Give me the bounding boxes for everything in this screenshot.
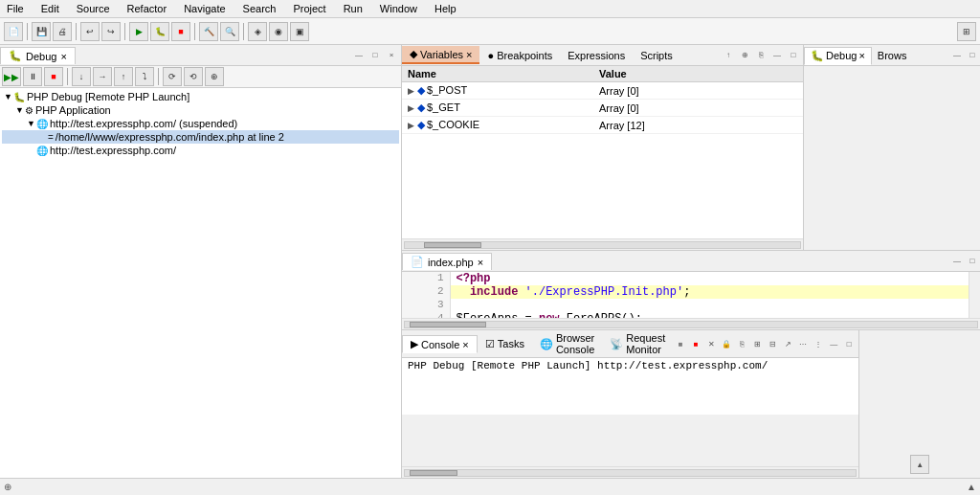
tree-item-url-suspended[interactable]: ▼ 🌐 http://test.expressphp.com/ (suspend… [2,117,399,130]
code-maximize-btn[interactable]: □ [965,254,980,269]
console-misc5-btn[interactable]: ⋮ [811,336,826,351]
tab-scripts[interactable]: Scripts [633,48,680,63]
tb-new[interactable]: 📄 [4,22,23,41]
tab-variables[interactable]: ◆ Variables × [402,46,479,64]
menu-run[interactable]: Run [341,2,366,15]
code-minimize-btn[interactable]: — [949,254,965,269]
debug-maximize-btn[interactable]: □ [368,48,383,63]
code-editor[interactable]: 1 <?php 2 include './ExpressPHP.Init.php… [402,272,969,318]
console-misc2-btn[interactable]: ⊟ [765,336,780,351]
console-tab-tasks[interactable]: ☑ Tasks [478,336,532,352]
debug-misc2-btn[interactable]: ⟲ [184,67,203,86]
console-tab-browser[interactable]: 🌐 Browser Console [532,330,602,357]
console-tab-console[interactable]: ▶ Console × [402,335,478,353]
fr-debug-close[interactable]: × [858,50,864,61]
console-stop-btn[interactable]: ■ [673,336,688,351]
code-tab-close[interactable]: × [478,257,483,268]
tree-item-php-debug[interactable]: ▼ 🐛 PHP Debug [Remote PHP Launch] [2,90,399,103]
menu-file[interactable]: File [4,2,27,15]
bottom-right-panel: ▲ [858,330,980,478]
tb-stop[interactable]: ■ [171,22,190,41]
tb-misc1[interactable]: ◈ [248,22,267,41]
debug-tree: ▼ 🐛 PHP Debug [Remote PHP Launch] ▼ ⚙ PH… [0,88,401,478]
debug-misc1-btn[interactable]: ⟳ [163,67,182,86]
console-term-btn[interactable]: ■ [688,336,703,351]
menu-help[interactable]: Help [432,2,459,15]
tb-misc3[interactable]: ▣ [290,22,309,41]
console-lock-btn[interactable]: 🔒 [719,336,734,351]
vars-hscroll-thumb[interactable] [424,242,481,248]
debug-stepover-btn[interactable]: → [93,67,112,86]
tb-undo[interactable]: ↩ [80,22,100,41]
console-hscroll-thumb[interactable] [410,470,457,476]
tb-save[interactable]: 💾 [32,22,51,41]
code-hscroll[interactable] [402,318,980,329]
vars-maximize-btn[interactable]: □ [786,48,801,63]
tb-print[interactable]: 🖨 [53,22,72,41]
console-tab-close[interactable]: × [462,339,468,350]
tasks-tab-icon: ☑ [485,338,495,350]
tb-build[interactable]: 🔨 [199,22,218,41]
vars-copy-btn[interactable]: ⎘ [753,48,768,63]
debug-close-btn[interactable]: × [384,48,399,63]
var-row-get[interactable]: ▶◆$_GET Array [0] [402,100,803,117]
tb-debug[interactable]: 🐛 [150,22,169,41]
debug-tab-close[interactable]: × [60,51,66,62]
menu-search[interactable]: Search [240,2,279,15]
vars-minimize-btn[interactable]: — [769,48,785,63]
debug-misc3-btn[interactable]: ⊕ [205,67,224,86]
console-hscroll[interactable] [402,466,858,478]
menu-navigate[interactable]: Navigate [181,2,228,15]
console-content-area: PHP Debug [Remote PHP Launch] http://tes… [402,358,858,415]
vars-expand-btn[interactable]: ⊕ [737,48,752,63]
tree-item-php-app[interactable]: ▼ ⚙ PHP Application [2,103,399,117]
console-tab-request[interactable]: 📡 Request Monitor [602,330,673,357]
debug-stepout-btn[interactable]: ↑ [114,67,133,86]
menu-edit[interactable]: Edit [38,2,62,15]
console-clear-btn[interactable]: ✕ [703,336,719,351]
console-copy-btn[interactable]: ⎘ [734,336,749,351]
menu-refactor[interactable]: Refactor [124,2,170,15]
code-tab-index[interactable]: 📄 index.php × [402,253,492,270]
fr-minimize-btn[interactable]: — [949,48,965,63]
tb-run[interactable]: ▶ [129,22,148,41]
console-misc3-btn[interactable]: ↗ [780,336,795,351]
vars-tab-close[interactable]: × [466,49,472,60]
left-panel: 🐛 Debug × — □ × ▶▶ ⏸ ■ ↓ → ↑ ⤵ [0,45,402,478]
debug-pause-btn[interactable]: ⏸ [23,67,42,86]
code-hscroll-thumb[interactable] [410,322,486,327]
tab-breakpoints[interactable]: ● Breakpoints [479,48,560,63]
fr-maximize-btn[interactable]: □ [965,48,980,63]
vars-collapse-btn[interactable]: ↑ [721,48,736,63]
tb-right1[interactable]: ⊞ [957,22,976,41]
tb-misc2[interactable]: ◉ [269,22,288,41]
vars-tab-icon: ◆ [410,48,417,60]
vars-hscroll[interactable] [402,238,803,250]
debug-stop-btn[interactable]: ■ [44,67,63,86]
tb-search[interactable]: 🔍 [220,22,239,41]
code-tab-icon: 📄 [411,256,424,268]
var-row-post[interactable]: ▶◆$_POST Array [0] [402,82,803,100]
debug-return-btn[interactable]: ⤵ [135,67,154,86]
far-right-tab-browser[interactable]: Brows [872,48,913,63]
console-maximize-btn[interactable]: □ [841,336,857,351]
console-misc4-btn[interactable]: ⋯ [795,336,811,351]
status-icon: ⊕ [4,482,11,492]
console-minimize-btn[interactable]: — [826,336,841,351]
debug-minimize-btn[interactable]: — [351,48,367,63]
br-up-btn[interactable]: ▲ [910,455,929,474]
menu-project[interactable]: Project [290,2,328,15]
tree-item-file-line[interactable]: = /home/l/www/expressphp.com/index.php a… [2,130,399,144]
debug-tab[interactable]: 🐛 Debug × [0,47,76,64]
menu-source[interactable]: Source [74,2,113,15]
debug-resume-btn[interactable]: ▶▶ [2,67,21,86]
code-vscroll[interactable] [969,272,980,318]
tb-redo[interactable]: ↪ [101,22,121,41]
far-right-tab-debug[interactable]: 🐛 Debug × [804,47,872,65]
tab-expressions[interactable]: Expressions [560,48,633,63]
var-row-cookie[interactable]: ▶◆$_COOKIE Array [12] [402,117,803,134]
tree-item-url2[interactable]: 🌐 http://test.expressphp.com/ [2,144,399,157]
menu-window[interactable]: Window [377,2,420,15]
debug-stepinto-btn[interactable]: ↓ [72,67,91,86]
console-misc1-btn[interactable]: ⊞ [749,336,765,351]
